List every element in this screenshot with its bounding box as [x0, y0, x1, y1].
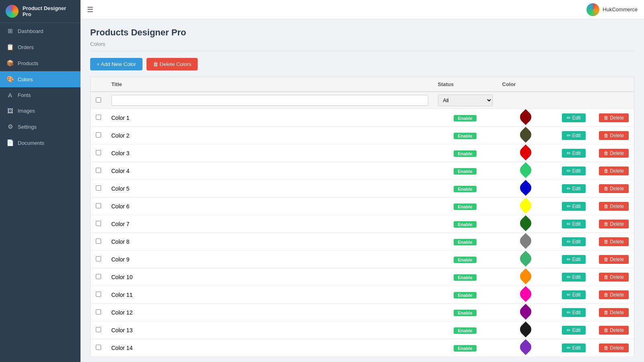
delete-button-5[interactable]: 🗑 Delete	[599, 184, 629, 193]
row-check-1	[91, 109, 107, 127]
sidebar-label-orders: Orders	[18, 44, 34, 50]
status-filter-select[interactable]: All Enable Disable	[438, 95, 493, 106]
delete-button-13[interactable]: 🗑 Delete	[599, 326, 629, 335]
header-color: Color	[497, 77, 554, 92]
row-check-7	[91, 215, 107, 233]
row-checkbox-8[interactable]	[96, 239, 101, 244]
row-delete-cell-2: 🗑 Delete	[594, 127, 634, 144]
row-checkbox-2[interactable]	[96, 132, 101, 138]
user-name: HukCommerce	[603, 6, 638, 12]
filter-title-cell	[107, 92, 433, 109]
delete-button-4[interactable]: 🗑 Delete	[599, 167, 629, 175]
edit-button-9[interactable]: ✏ Edit	[562, 255, 585, 264]
row-edit-cell-14: ✏ Edit	[554, 339, 594, 357]
fonts-icon: A	[6, 92, 14, 99]
row-title-10: Color 10	[107, 268, 433, 286]
row-checkbox-12[interactable]	[96, 309, 101, 315]
row-delete-cell-6: 🗑 Delete	[594, 197, 634, 215]
add-color-button[interactable]: + Add New Color	[90, 58, 142, 70]
delete-button-12[interactable]: 🗑 Delete	[599, 308, 629, 317]
delete-colors-button[interactable]: 🗑 Delete Colors	[147, 58, 198, 70]
sidebar-item-orders[interactable]: 📋 Orders	[0, 39, 80, 55]
row-delete-cell-1: 🗑 Delete	[594, 109, 634, 127]
status-badge-7: Enable	[454, 221, 476, 228]
sidebar-item-images[interactable]: 🖼 Images	[0, 103, 80, 119]
sidebar: Product Designer Pro ⊞ Dashboard📋 Orders…	[0, 0, 80, 362]
row-checkbox-7[interactable]	[96, 221, 101, 226]
color-swatch-8	[518, 233, 534, 249]
delete-button-3[interactable]: 🗑 Delete	[599, 149, 629, 158]
delete-button-9[interactable]: 🗑 Delete	[599, 255, 629, 264]
edit-button-11[interactable]: ✏ Edit	[562, 290, 585, 299]
edit-button-4[interactable]: ✏ Edit	[562, 167, 585, 175]
sidebar-item-colors[interactable]: 🎨 Colors	[0, 71, 80, 87]
color-swatch-3	[518, 144, 534, 160]
row-title-6: Color 6	[107, 197, 433, 215]
title-filter-input[interactable]	[111, 95, 428, 106]
delete-button-10[interactable]: 🗑 Delete	[599, 273, 629, 282]
delete-button-1[interactable]: 🗑 Delete	[599, 113, 629, 122]
status-badge-10: Enable	[454, 274, 476, 281]
delete-button-2[interactable]: 🗑 Delete	[599, 131, 629, 140]
row-status-13: Enable	[433, 321, 497, 339]
row-color-cell-4	[497, 162, 554, 180]
edit-button-7[interactable]: ✏ Edit	[562, 220, 585, 228]
edit-button-14[interactable]: ✏ Edit	[562, 343, 585, 352]
row-checkbox-11[interactable]	[96, 292, 101, 297]
edit-button-10[interactable]: ✏ Edit	[562, 273, 585, 282]
row-check-11	[91, 286, 107, 304]
filter-color-cell	[497, 92, 554, 109]
sidebar-item-settings[interactable]: ⚙ Settings	[0, 119, 80, 135]
row-title-12: Color 12	[107, 304, 433, 321]
row-delete-cell-14: 🗑 Delete	[594, 339, 634, 357]
row-edit-cell-10: ✏ Edit	[554, 268, 594, 286]
sidebar-item-documents[interactable]: 📄 Documents	[0, 135, 80, 151]
table-row: Color 6 Enable ✏ Edit 🗑 Delete	[91, 197, 634, 215]
edit-button-3[interactable]: ✏ Edit	[562, 149, 585, 158]
row-title-5: Color 5	[107, 180, 433, 197]
delete-button-6[interactable]: 🗑 Delete	[599, 202, 629, 211]
row-color-cell-5	[497, 180, 554, 197]
topbar: ☰ HukCommerce	[80, 0, 644, 19]
sidebar-item-products[interactable]: 📦 Products	[0, 55, 80, 71]
status-badge-2: Enable	[454, 133, 476, 139]
edit-button-13[interactable]: ✏ Edit	[562, 326, 585, 335]
row-checkbox-14[interactable]	[96, 345, 101, 350]
row-title-4: Color 4	[107, 162, 433, 180]
edit-button-5[interactable]: ✏ Edit	[562, 184, 585, 193]
hamburger-icon[interactable]: ☰	[87, 5, 93, 14]
row-color-cell-11	[497, 286, 554, 304]
delete-button-8[interactable]: 🗑 Delete	[599, 237, 629, 246]
row-edit-cell-12: ✏ Edit	[554, 304, 594, 321]
row-color-cell-2	[497, 127, 554, 144]
delete-button-7[interactable]: 🗑 Delete	[599, 220, 629, 228]
colors-icon: 🎨	[6, 76, 14, 83]
header-status: Status	[433, 77, 497, 92]
delete-button-11[interactable]: 🗑 Delete	[599, 290, 629, 299]
row-checkbox-1[interactable]	[96, 115, 101, 120]
delete-button-14[interactable]: 🗑 Delete	[599, 343, 629, 352]
row-checkbox-5[interactable]	[96, 185, 101, 191]
row-checkbox-10[interactable]	[96, 274, 101, 279]
row-edit-cell-1: ✏ Edit	[554, 109, 594, 127]
edit-button-1[interactable]: ✏ Edit	[562, 113, 585, 122]
row-edit-cell-3: ✏ Edit	[554, 144, 594, 162]
edit-button-2[interactable]: ✏ Edit	[562, 131, 585, 140]
sidebar-item-fonts[interactable]: A Fonts	[0, 87, 80, 103]
status-badge-4: Enable	[454, 168, 476, 175]
settings-icon: ⚙	[6, 123, 14, 130]
row-checkbox-6[interactable]	[96, 203, 101, 208]
row-checkbox-4[interactable]	[96, 168, 101, 173]
edit-button-8[interactable]: ✏ Edit	[562, 237, 585, 246]
edit-button-12[interactable]: ✏ Edit	[562, 308, 585, 317]
select-all-checkbox[interactable]	[96, 97, 101, 103]
row-edit-cell-4: ✏ Edit	[554, 162, 594, 180]
row-color-cell-12	[497, 304, 554, 321]
row-checkbox-9[interactable]	[96, 256, 101, 261]
row-checkbox-13[interactable]	[96, 327, 101, 332]
row-check-8	[91, 233, 107, 251]
row-checkbox-3[interactable]	[96, 150, 101, 155]
edit-button-6[interactable]: ✏ Edit	[562, 202, 585, 211]
sidebar-item-dashboard[interactable]: ⊞ Dashboard	[0, 23, 80, 39]
table-header-row: Title Status Color	[91, 77, 634, 92]
